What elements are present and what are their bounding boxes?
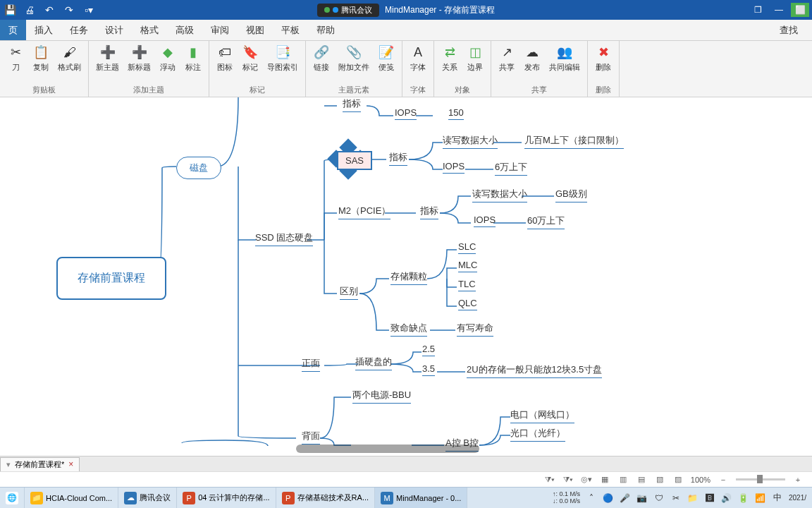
menu-tab-view[interactable]: 视图: [238, 20, 273, 40]
node-zhibiao1[interactable]: 指标: [343, 97, 361, 112]
new-subtopic-button[interactable]: ➕新标题: [125, 42, 154, 74]
node-25[interactable]: 2.5: [422, 344, 435, 356]
tray-folder-icon[interactable]: 📁: [687, 492, 699, 504]
tray-shield-icon[interactable]: 🛡: [653, 492, 665, 504]
restore-window-icon[interactable]: ❐: [749, 3, 767, 17]
tray-vol-icon[interactable]: 🔊: [721, 492, 732, 504]
node-rwsize-sas-val[interactable]: 几百M上下（接口限制）: [524, 134, 624, 149]
relation-button[interactable]: ⇄关系: [438, 42, 461, 74]
tags-button[interactable]: 🔖标记: [239, 42, 262, 74]
node-zhibiao-m2[interactable]: 指标: [420, 205, 438, 219]
node-iops-sas-val[interactable]: 6万上下: [495, 161, 527, 176]
tray-b-icon[interactable]: 🅱: [704, 492, 715, 504]
doc-tab[interactable]: ▾ 存储前置课程* ×: [0, 457, 80, 471]
menu-tab-insert[interactable]: 插入: [26, 20, 61, 40]
node-qubie[interactable]: 区别: [340, 285, 358, 300]
view4-icon[interactable]: ▧: [654, 474, 665, 485]
close-icon[interactable]: ×: [68, 459, 73, 469]
tray-battery-icon[interactable]: 🔋: [738, 492, 749, 504]
tray-wifi-icon[interactable]: 📶: [755, 492, 766, 504]
copy-button[interactable]: 📋复制: [30, 42, 52, 74]
task-tencent[interactable]: ☁腾讯会议: [118, 488, 177, 508]
format-painter-button[interactable]: 🖌格式刷: [55, 42, 84, 74]
node-m2[interactable]: M2（PCIE）: [338, 205, 390, 219]
view3-icon[interactable]: ▤: [636, 474, 647, 485]
floating-button[interactable]: ◆浮动: [156, 42, 179, 74]
node-ssd[interactable]: SSD 固态硬盘: [255, 231, 313, 246]
save-icon[interactable]: 💾: [3, 3, 17, 17]
task-chrome[interactable]: 🌐: [0, 488, 25, 508]
task-ppt1[interactable]: P04 云计算中的存储...: [177, 488, 276, 508]
redo-icon[interactable]: ↷: [62, 3, 76, 17]
node-sas-selected[interactable]: SAS: [337, 151, 372, 170]
tray-chevron-icon[interactable]: ˄: [586, 492, 597, 504]
tray-app1-icon[interactable]: 🔵: [603, 492, 614, 504]
node-35[interactable]: 3.5: [422, 363, 435, 376]
view5-icon[interactable]: ▨: [672, 474, 684, 485]
menu-tab-tablet[interactable]: 平板: [273, 20, 308, 40]
cut-button[interactable]: ✂刀: [4, 42, 27, 74]
boundary-button[interactable]: ◫边界: [464, 42, 486, 74]
node-iops1[interactable]: IOPS: [395, 107, 417, 120]
node-iops-m2-val[interactable]: 60万上下: [527, 214, 565, 229]
node-fatal-val[interactable]: 有写寿命: [457, 322, 493, 337]
callout-button[interactable]: ▮标注: [182, 42, 204, 74]
node-fiber[interactable]: 光口（光纤）: [510, 427, 565, 442]
menu-tab-format[interactable]: 格式: [132, 20, 167, 40]
maximize-icon[interactable]: ⬜: [791, 3, 809, 17]
task-mindmanager[interactable]: MMindManager - 0...: [375, 488, 467, 508]
menu-tab-design[interactable]: 设计: [97, 20, 132, 40]
menu-find[interactable]: 查找: [780, 20, 812, 40]
zoom-out-icon[interactable]: −: [718, 474, 729, 485]
index-button[interactable]: 📑导图索引: [264, 42, 301, 74]
zoom-slider[interactable]: [736, 478, 785, 480]
horizontal-scrollbar[interactable]: [296, 445, 479, 453]
node-back[interactable]: 背面: [302, 430, 320, 445]
node-iops-sas[interactable]: IOPS: [443, 161, 465, 174]
menu-tab-review[interactable]: 审阅: [202, 20, 238, 40]
node-zhibiao-sas[interactable]: 指标: [389, 151, 407, 166]
view1-icon[interactable]: ▦: [599, 474, 610, 485]
font-button[interactable]: A字体: [407, 42, 429, 74]
node-iops1-val[interactable]: 150: [448, 107, 464, 120]
task-ppt2[interactable]: P存储基础技术及RA...: [276, 488, 375, 508]
attach-button[interactable]: 📎附加文件: [336, 42, 372, 74]
node-qlc[interactable]: QLC: [458, 298, 477, 310]
node-mlc[interactable]: MLC: [458, 260, 477, 272]
menu-tab-help[interactable]: 帮助: [308, 20, 343, 40]
undo-icon[interactable]: ↶: [42, 3, 56, 17]
icons-button[interactable]: 🏷图标: [214, 42, 236, 74]
node-rwsize-sas[interactable]: 读写数据大小: [443, 134, 498, 149]
node-35-note[interactable]: 2U的存储一般只能放12块3.5寸盘: [467, 363, 602, 378]
delete-button[interactable]: ✖删除: [592, 42, 615, 74]
root-node[interactable]: 存储前置课程: [56, 257, 166, 300]
node-psu[interactable]: 两个电源-BBU: [352, 389, 411, 404]
filter2-icon[interactable]: ⧩▾: [562, 474, 574, 485]
ime-icon[interactable]: 中: [772, 492, 783, 504]
target-icon[interactable]: ◎▾: [581, 474, 592, 485]
zoom-in-icon[interactable]: +: [792, 474, 804, 485]
tray-mic-icon[interactable]: 🎤: [620, 492, 631, 504]
node-rwsize-m2-val[interactable]: GB级别: [555, 188, 587, 202]
page-icon[interactable]: ▫▾: [82, 3, 96, 17]
link-button[interactable]: 🔗链接: [310, 42, 333, 74]
node-front[interactable]: 正面: [302, 357, 320, 372]
node-slc[interactable]: SLC: [458, 241, 476, 254]
node-fatal[interactable]: 致命缺点: [390, 322, 427, 337]
menu-tab-home[interactable]: 页: [0, 20, 26, 40]
node-storage-cell[interactable]: 存储颗粒: [390, 270, 427, 285]
node-insert-disk[interactable]: 插硬盘的: [355, 356, 392, 370]
menu-tab-advanced[interactable]: 高级: [167, 20, 202, 40]
new-topic-button[interactable]: ➕新主题: [93, 42, 122, 74]
view2-icon[interactable]: ▥: [617, 474, 629, 485]
node-rwsize-m2[interactable]: 读写数据大小: [472, 188, 527, 202]
node-tlc[interactable]: TLC: [458, 279, 476, 291]
notes-button[interactable]: 📝便笺: [375, 42, 398, 74]
coedit-button[interactable]: 👥共同编辑: [546, 42, 583, 74]
node-iops-m2[interactable]: IOPS: [474, 214, 496, 227]
disk-node[interactable]: 磁盘: [176, 157, 221, 179]
tray-snip-icon[interactable]: ✂: [670, 492, 682, 504]
mindmap-canvas[interactable]: 存储前置课程 磁盘 指标 IOPS 150 SAS 指标 读写数据大小 几百M上…: [0, 97, 812, 456]
task-folder[interactable]: 📁HCIA-Cloud Com...: [25, 488, 118, 508]
print-icon[interactable]: 🖨: [23, 3, 37, 17]
